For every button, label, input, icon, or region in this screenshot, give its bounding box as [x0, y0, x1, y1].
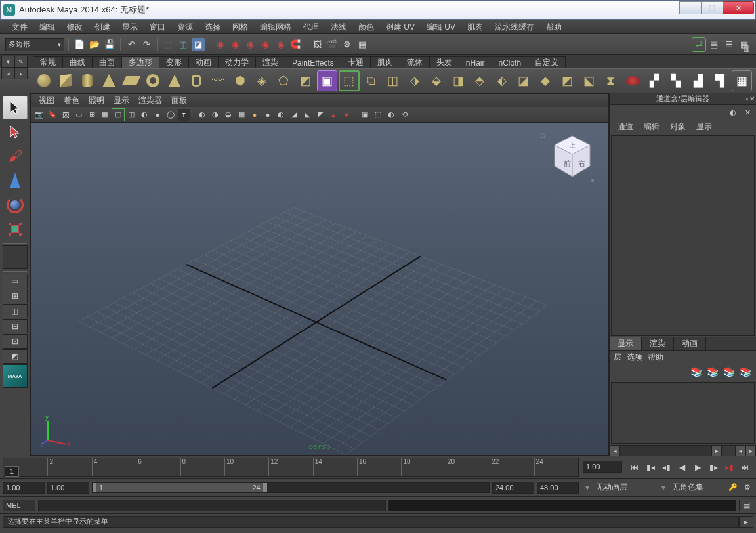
- layer-menu-help[interactable]: 帮助: [648, 352, 663, 363]
- shelf-tab-hair[interactable]: 头发: [429, 56, 459, 68]
- append-icon[interactable]: ◨: [448, 70, 468, 91]
- channel-icon2[interactable]: ✕: [742, 106, 753, 118]
- vt-light-on-icon[interactable]: ●: [249, 109, 261, 121]
- poly-cylinder-icon[interactable]: [77, 70, 97, 91]
- channel-box-area[interactable]: [611, 135, 755, 336]
- menu-normals[interactable]: 法线: [326, 20, 352, 34]
- cb-edit[interactable]: 编辑: [640, 120, 663, 134]
- vt-film-icon[interactable]: ▦: [99, 109, 111, 121]
- extrude-icon[interactable]: ⬗: [404, 70, 425, 91]
- vt-shade1-icon[interactable]: ◐: [138, 109, 150, 121]
- poly-pipe-icon[interactable]: [186, 70, 207, 91]
- scale-tool[interactable]: [3, 217, 28, 241]
- maya-logo-icon[interactable]: MAYA: [3, 364, 28, 388]
- layout-two-icon[interactable]: ◫: [3, 304, 28, 318]
- snap-live-icon[interactable]: ◉: [274, 38, 287, 51]
- redo-icon[interactable]: ↷: [140, 38, 153, 51]
- play-back-icon[interactable]: ◀: [675, 461, 689, 474]
- play-fwd-icon[interactable]: ▶: [690, 461, 705, 474]
- layout-persp-icon[interactable]: ⊟: [3, 319, 28, 333]
- current-frame-marker[interactable]: 1: [5, 466, 19, 477]
- scroll-track[interactable]: [620, 446, 711, 456]
- layout-icon[interactable]: ▤: [707, 38, 721, 51]
- minimize-button[interactable]: —: [679, 1, 702, 14]
- uv3-icon[interactable]: ▟: [688, 70, 708, 91]
- construction-history-icon[interactable]: ⇄: [692, 38, 705, 51]
- module-selector[interactable]: 多边形: [5, 38, 64, 51]
- go-start-icon[interactable]: ⏮: [627, 461, 642, 474]
- shelf-tab-muscle[interactable]: 肌肉: [370, 56, 400, 68]
- help-btn-icon[interactable]: ▸: [739, 516, 753, 528]
- vt-c-icon[interactable]: ⟲: [398, 109, 410, 121]
- shelf-tab-polygons[interactable]: 多边形: [121, 56, 159, 68]
- poly-cube-icon[interactable]: [55, 70, 75, 91]
- vt-image-icon[interactable]: 🖼: [60, 109, 72, 121]
- snap-curve-icon[interactable]: ◉: [228, 38, 242, 51]
- lasso-tool[interactable]: [3, 120, 28, 144]
- current-frame-field[interactable]: 1.00: [583, 461, 622, 473]
- anim-start-field[interactable]: 1.00: [3, 482, 45, 494]
- snap-point-icon[interactable]: ◉: [243, 38, 257, 51]
- vt-wire-icon[interactable]: ◯: [165, 109, 177, 121]
- shelf-tab-nhair[interactable]: nHair: [459, 56, 492, 68]
- poly-prism-icon[interactable]: ⬠: [274, 70, 294, 91]
- shelf-tab-general[interactable]: 常规: [33, 56, 63, 68]
- layer-tab-display[interactable]: 显示: [610, 337, 642, 350]
- uv4-icon[interactable]: ▜: [709, 70, 730, 91]
- snap-toggle-icon[interactable]: 🧲: [289, 38, 302, 51]
- shelf-tab-ncloth[interactable]: nCloth: [492, 56, 529, 68]
- menu-color[interactable]: 颜色: [353, 20, 379, 34]
- move-tool[interactable]: [3, 169, 28, 192]
- menu-file[interactable]: 文件: [7, 20, 33, 34]
- panel-undock-icon[interactable]: ▫: [746, 95, 748, 102]
- smooth-icon[interactable]: ◆: [535, 70, 555, 91]
- layer-list[interactable]: [611, 382, 755, 444]
- shelf-tab-surfaces[interactable]: 曲面: [92, 56, 122, 68]
- vt-b-icon[interactable]: ◐: [385, 109, 397, 121]
- layer-menu-options[interactable]: 选项: [627, 352, 642, 363]
- layout-outliner-icon[interactable]: ⊡: [3, 334, 28, 349]
- close-button[interactable]: ✕: [723, 1, 754, 14]
- time-ruler[interactable]: 1 24681012141618202224: [3, 458, 579, 477]
- vt-shade2-icon[interactable]: ●: [152, 109, 163, 121]
- undo-icon[interactable]: ↶: [125, 38, 138, 51]
- shelf-tab-fluid[interactable]: 流体: [400, 56, 430, 68]
- vt-xray-icon[interactable]: ▲: [327, 109, 339, 121]
- ipr-icon[interactable]: 🎬: [326, 38, 339, 51]
- view-menu-shading[interactable]: 着色: [60, 95, 83, 107]
- render-icon[interactable]: 🖼: [310, 38, 324, 51]
- shelf-tab-anim[interactable]: 动画: [188, 56, 219, 68]
- mirror-icon[interactable]: ⧗: [600, 70, 621, 91]
- range-slider[interactable]: 1 24: [92, 482, 490, 493]
- scroll-left2-icon[interactable]: ◂: [735, 446, 746, 456]
- layer-menu-layers[interactable]: 层: [614, 352, 621, 363]
- bevel-icon[interactable]: ◩: [557, 70, 578, 91]
- view-menu-view[interactable]: 视图: [35, 95, 58, 107]
- panel-close-icon[interactable]: ✕: [749, 95, 755, 102]
- uv2-icon[interactable]: ▚: [666, 70, 686, 91]
- save-scene-icon[interactable]: 💾: [103, 38, 116, 51]
- vt-reso-icon[interactable]: ◫: [125, 109, 137, 121]
- poly-helix-icon[interactable]: 〰: [208, 70, 228, 91]
- channel-box-icon[interactable]: ☰: [723, 38, 736, 51]
- cb-show[interactable]: 显示: [692, 120, 716, 134]
- vt-2d-icon[interactable]: ▭: [73, 109, 85, 121]
- layer-new-icon[interactable]: 📚: [690, 366, 703, 378]
- shelf-menu-icon[interactable]: ▾: [1, 56, 14, 68]
- menu-window[interactable]: 窗口: [144, 20, 171, 34]
- layout-script-icon[interactable]: ◩: [3, 349, 28, 364]
- select-hierarchy-icon[interactable]: ⬚: [161, 38, 175, 51]
- vt-light1-icon[interactable]: ◐: [196, 109, 208, 121]
- cmd-input[interactable]: [38, 500, 386, 511]
- poly-plane-icon[interactable]: [121, 70, 141, 91]
- viewport-3d[interactable]: ⌂ 前 右 上 y x z: [31, 123, 608, 455]
- menu-edit[interactable]: 编辑: [34, 20, 60, 34]
- interactive-create-icon[interactable]: ▣: [317, 70, 337, 91]
- shelf-edit-icon[interactable]: ✎: [14, 56, 28, 68]
- channel-icon1[interactable]: ◐: [727, 106, 739, 118]
- cmd-lang-selector[interactable]: MEL: [3, 500, 35, 511]
- layout-single-icon[interactable]: ▭: [3, 274, 28, 288]
- menu-pipeline[interactable]: 流水线缓存: [490, 20, 539, 34]
- menu-muscle[interactable]: 肌肉: [462, 20, 488, 34]
- cb-object[interactable]: 对象: [666, 120, 690, 134]
